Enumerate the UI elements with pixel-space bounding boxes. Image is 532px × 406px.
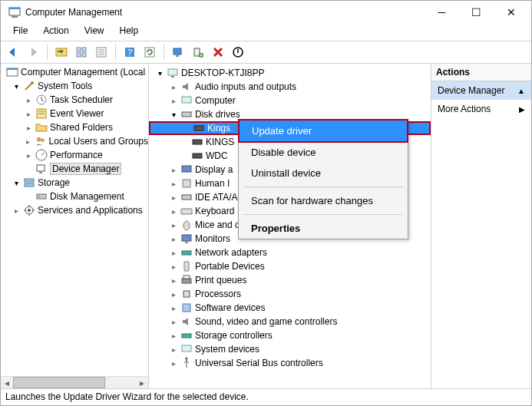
svg-rect-43 bbox=[193, 140, 202, 144]
svg-rect-38 bbox=[168, 69, 177, 75]
tree-event-viewer[interactable]: ▸ Event Viewer bbox=[1, 107, 148, 120]
menu-action[interactable]: Action bbox=[35, 24, 76, 41]
svg-point-35 bbox=[38, 196, 40, 197]
export-list-button[interactable] bbox=[92, 43, 111, 61]
main-body: Computer Management (Local ▾ System Tool… bbox=[1, 64, 531, 388]
dev-root[interactable]: ▾ DESKTOP-KTJI8PP bbox=[149, 66, 431, 80]
svg-rect-2 bbox=[12, 16, 18, 18]
dev-sound[interactable]: ▸Sound, video and game controllers bbox=[149, 315, 431, 328]
ctx-properties[interactable]: Properties bbox=[239, 218, 408, 239]
tree-disk-management[interactable]: Disk Management bbox=[1, 190, 148, 203]
svg-rect-32 bbox=[25, 179, 34, 182]
svg-rect-39 bbox=[171, 76, 174, 78]
storage-icon bbox=[23, 177, 35, 189]
forward-button[interactable] bbox=[24, 43, 42, 61]
tree-task-scheduler[interactable]: ▸ Task Scheduler bbox=[1, 93, 148, 107]
enable-disable-button[interactable] bbox=[229, 43, 247, 61]
dev-network[interactable]: ▸Network adapters bbox=[149, 246, 431, 259]
svg-text:?: ? bbox=[127, 48, 132, 57]
svg-rect-1 bbox=[9, 8, 20, 9]
dev-computer[interactable]: ▸Computer bbox=[149, 94, 431, 107]
app-icon bbox=[8, 6, 21, 18]
menu-help[interactable]: Help bbox=[112, 24, 147, 41]
device-manager-icon bbox=[35, 163, 48, 175]
tree-services[interactable]: ▸ Services and Applications bbox=[1, 203, 148, 217]
tree-system-tools[interactable]: ▾ System Tools bbox=[1, 79, 148, 93]
close-button[interactable]: ✕ bbox=[494, 1, 528, 24]
dev-audio[interactable]: ▸Audio inputs and outputs bbox=[149, 80, 431, 94]
expand-icon[interactable]: ▸ bbox=[24, 151, 33, 160]
expand-icon[interactable]: ▸ bbox=[24, 137, 32, 146]
left-pane: Computer Management (Local ▾ System Tool… bbox=[1, 64, 149, 388]
svg-rect-48 bbox=[181, 209, 192, 214]
portable-icon bbox=[180, 260, 193, 272]
mouse-icon bbox=[180, 219, 193, 231]
system-icon bbox=[180, 343, 193, 355]
svg-point-27 bbox=[37, 137, 41, 142]
actions-more[interactable]: More Actions ▶ bbox=[431, 100, 531, 118]
storage-ctrl-icon bbox=[180, 329, 193, 342]
dev-processors[interactable]: ▸Processors bbox=[149, 287, 431, 301]
tree-local-users[interactable]: ▸ Local Users and Groups bbox=[1, 134, 148, 148]
refresh-button[interactable] bbox=[140, 43, 159, 61]
expand-icon[interactable]: ▸ bbox=[12, 206, 21, 215]
svg-rect-30 bbox=[37, 165, 45, 171]
dev-print[interactable]: ▸Print queues bbox=[149, 273, 431, 287]
expand-icon[interactable]: ▸ bbox=[24, 110, 33, 118]
ide-icon bbox=[180, 191, 193, 203]
titlebar: Computer Management ─ ☐ ✕ bbox=[1, 1, 531, 24]
expand-icon[interactable]: ▸ bbox=[24, 124, 33, 132]
collapse-icon[interactable]: ▾ bbox=[12, 82, 21, 91]
menubar: File Action View Help bbox=[1, 24, 531, 41]
svg-rect-7 bbox=[82, 53, 86, 57]
collapse-icon[interactable]: ▾ bbox=[155, 69, 164, 78]
dev-usb[interactable]: ▸Universal Serial Bus controllers bbox=[149, 356, 431, 370]
svg-rect-54 bbox=[182, 279, 191, 283]
ctx-uninstall-device[interactable]: Uninstall device bbox=[239, 163, 408, 183]
svg-point-60 bbox=[186, 358, 188, 360]
tree-device-manager[interactable]: Device Manager bbox=[1, 162, 148, 176]
menu-view[interactable]: View bbox=[77, 24, 112, 41]
dev-portable[interactable]: ▸Portable Devices bbox=[149, 259, 431, 273]
drive-icon bbox=[191, 136, 203, 148]
svg-rect-33 bbox=[25, 183, 34, 186]
actions-device-manager[interactable]: Device Manager ▲ bbox=[431, 81, 531, 100]
svg-rect-31 bbox=[39, 172, 42, 173]
ctx-update-driver[interactable]: Update driver bbox=[238, 119, 408, 143]
uninstall-button[interactable] bbox=[209, 43, 227, 61]
printer-icon bbox=[180, 274, 193, 286]
svg-rect-5 bbox=[82, 48, 86, 51]
dev-software[interactable]: ▸Software devices bbox=[149, 301, 431, 315]
ctx-disable-device[interactable]: Disable device bbox=[239, 142, 408, 163]
svg-rect-50 bbox=[182, 235, 191, 241]
tree-performance[interactable]: ▸ Performance bbox=[1, 148, 148, 162]
tree-root[interactable]: Computer Management (Local bbox=[1, 65, 148, 79]
expand-icon[interactable]: ▸ bbox=[24, 96, 33, 104]
scan-hardware-button[interactable] bbox=[169, 43, 187, 61]
actions-pane: Actions Device Manager ▲ More Actions ▶ bbox=[431, 64, 531, 388]
help-button[interactable]: ? bbox=[121, 43, 139, 61]
ctx-scan-hardware[interactable]: Scan for hardware changes bbox=[239, 190, 408, 211]
update-driver-button[interactable] bbox=[189, 43, 207, 61]
usb-icon bbox=[180, 357, 193, 369]
dev-system[interactable]: ▸System devices bbox=[149, 342, 431, 356]
tree-storage[interactable]: ▾ Storage bbox=[1, 176, 148, 190]
context-menu: Update driver Disable device Uninstall d… bbox=[238, 119, 408, 239]
folder-icon bbox=[35, 121, 48, 134]
tree-shared-folders[interactable]: ▸ Shared Folders bbox=[1, 120, 148, 134]
minimize-button[interactable]: ─ bbox=[425, 1, 459, 24]
properties-button[interactable] bbox=[72, 43, 91, 61]
statusbar: Launches the Update Driver Wizard for th… bbox=[1, 388, 531, 405]
disk-icon bbox=[180, 108, 193, 120]
back-button[interactable] bbox=[4, 43, 22, 61]
actions-heading: Actions bbox=[431, 64, 531, 81]
show-hide-tree-button[interactable] bbox=[52, 43, 71, 61]
menu-file[interactable]: File bbox=[5, 24, 35, 41]
svg-rect-46 bbox=[183, 180, 190, 187]
svg-rect-21 bbox=[7, 68, 18, 70]
svg-rect-45 bbox=[182, 166, 191, 172]
maximize-button[interactable]: ☐ bbox=[459, 1, 494, 24]
left-hscrollbar[interactable]: ◂ ▸ bbox=[1, 376, 148, 388]
dev-storage-ctrl[interactable]: ▸Storage controllers bbox=[149, 328, 431, 342]
collapse-icon[interactable]: ▾ bbox=[12, 179, 21, 187]
